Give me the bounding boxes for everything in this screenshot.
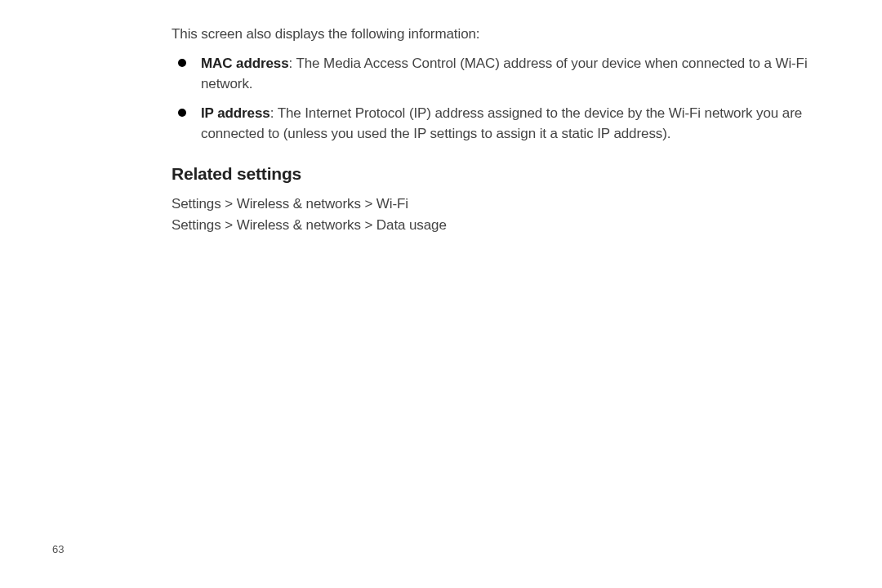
bullet-term: IP address (201, 105, 270, 121)
setting-path: Settings > Wireless & networks > Wi-Fi (172, 194, 823, 215)
related-settings-heading: Related settings (172, 164, 823, 184)
bullet-text: IP address: The Internet Protocol (IP) a… (201, 104, 823, 144)
setting-path: Settings > Wireless & networks > Data us… (172, 215, 823, 236)
list-item: IP address: The Internet Protocol (IP) a… (172, 104, 823, 144)
bullet-text: MAC address: The Media Access Control (M… (201, 54, 823, 94)
bullet-desc: : The Internet Protocol (IP) address ass… (201, 105, 802, 141)
bullet-term: MAC address (201, 56, 289, 71)
intro-paragraph: This screen also displays the following … (172, 26, 823, 42)
page-content: This screen also displays the following … (0, 0, 882, 236)
info-bullet-list: MAC address: The Media Access Control (M… (172, 54, 823, 145)
list-item: MAC address: The Media Access Control (M… (172, 54, 823, 94)
page-number: 63 (52, 543, 64, 555)
bullet-icon (178, 109, 186, 117)
bullet-desc: : The Media Access Control (MAC) address… (201, 56, 808, 91)
bullet-icon (178, 59, 186, 67)
